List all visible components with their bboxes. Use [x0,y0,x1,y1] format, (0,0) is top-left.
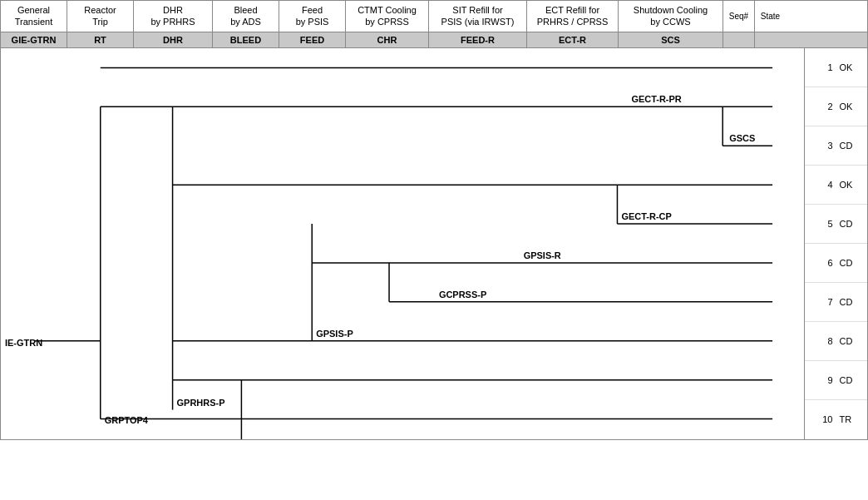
header-bleed: Bleedby ADS [213,1,279,32]
label-grptop4: GRPTOP4 [105,414,149,424]
abbrev-rt: RT [67,32,134,47]
label-gcprss-p: GCPRSS-P [439,289,486,299]
abbrev-seq-spacer [723,32,754,47]
ss-row-1: 1 OK [805,48,867,87]
label-gect-r-cp: GECT-R-CP [621,211,671,221]
header-dhr: DHRby PRHRS [134,1,213,32]
header-ctmt: CTMT Coolingby CPRSS [346,1,429,32]
seq-6: 6 [805,258,836,268]
header-seq: Seq# [723,1,754,32]
abbrev-section: GIE-GTRN RT DHR BLEED FEED CHR FEED-R EC… [1,32,867,48]
abbrev-state-spacer [754,32,786,47]
seq-3: 3 [805,141,836,151]
ss-row-5: 5 CD [805,205,867,244]
seq-2: 2 [805,101,836,111]
state-3: CD [836,141,868,151]
header-general-transient: GeneralTransient [1,1,67,32]
state-5: CD [836,219,868,229]
state-1: OK [836,62,868,72]
diagram-area: IE-GTRN GRPTOP4 [1,48,804,439]
seq-1: 1 [805,62,836,72]
seq-7: 7 [805,297,836,307]
state-8: CD [836,336,868,346]
header-feed: Feedby PSIS [279,1,346,32]
state-6: CD [836,258,868,268]
state-9: CD [836,375,868,385]
body-section: IE-GTRN GRPTOP4 [1,48,867,439]
ss-row-6: 6 CD [805,244,867,283]
seq-4: 4 [805,180,836,190]
ss-row-10: 10 TR [805,400,867,438]
abbrev-chr: CHR [346,32,429,47]
label-gpsis-r: GPSIS-R [524,250,561,260]
seq-10: 10 [805,414,836,424]
abbrev-feed-r: FEED-R [429,32,527,47]
ss-row-9: 9 CD [805,361,867,400]
header-ect: ECT Refill forPRHRS / CPRSS [527,1,619,32]
abbrev-dhr: DHR [134,32,213,47]
header-sit: SIT Refill forPSIS (via IRWST) [429,1,527,32]
abbrev-scs: SCS [619,32,723,47]
label-gscs: GSCS [729,133,755,143]
ss-row-2: 2 OK [805,87,867,126]
label-ie-gtrn: IE-GTRN [5,337,42,347]
header-shutdown: Shutdown Coolingby CCWS [619,1,723,32]
abbrev-bleed: BLEED [213,32,279,47]
abbrev-ect-r: ECT-R [527,32,619,47]
state-4: OK [836,180,868,190]
state-7: CD [836,297,868,307]
ss-row-8: 8 CD [805,322,867,361]
seq-9: 9 [805,375,836,385]
seq-state-area: 1 OK 2 OK 3 CD 4 OK 5 CD 6 CD [804,48,867,439]
label-gprhrs-p: GPRHRS-P [177,397,225,407]
ss-row-3: 3 CD [805,126,867,166]
header-reactor-trip: ReactorTrip [67,1,134,32]
label-gpsis-p: GPSIS-P [316,328,353,338]
abbrev-feed: FEED [279,32,346,47]
header-section: GeneralTransient ReactorTrip DHRby PRHRS… [1,1,867,32]
label-gect-r-pr: GECT-R-PR [631,94,681,104]
header-state: State [754,1,786,32]
diagram-svg: IE-GTRN GRPTOP4 [1,48,804,439]
abbrev-gie-gtrn: GIE-GTRN [1,32,67,47]
ss-row-4: 4 OK [805,166,867,205]
ss-row-7: 7 CD [805,283,867,322]
main-container: GeneralTransient ReactorTrip DHRby PRHRS… [0,0,868,440]
state-2: OK [836,101,868,111]
state-10: TR [836,414,868,424]
seq-5: 5 [805,219,836,229]
seq-8: 8 [805,336,836,346]
